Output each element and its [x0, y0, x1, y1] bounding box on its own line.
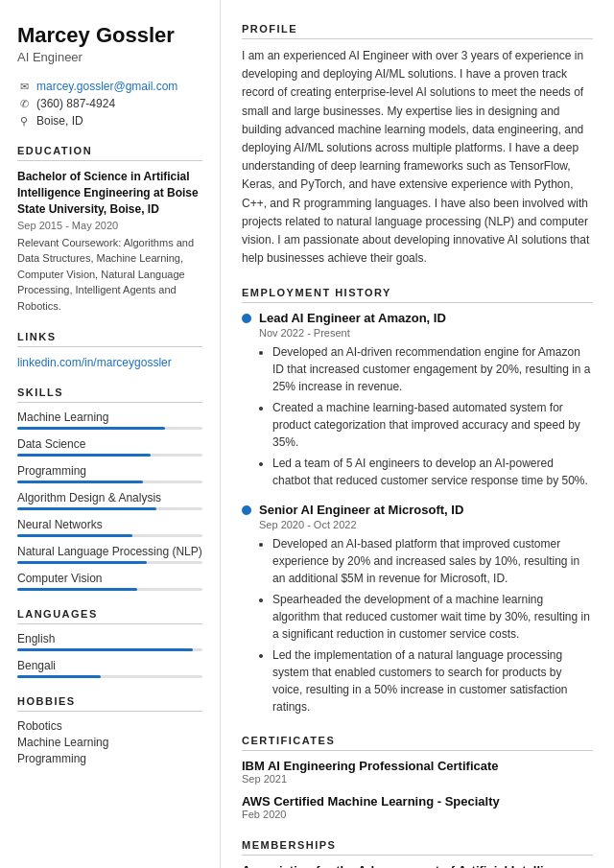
languages-section: LANGUAGES English Bengali: [17, 608, 202, 678]
language-bar-bg: [17, 675, 202, 678]
candidate-name: Marcey Gossler: [17, 23, 202, 48]
education-section: EDUCATION Bachelor of Science in Artific…: [17, 145, 202, 314]
skill-bar-fill: [17, 588, 137, 591]
education-degree: Bachelor of Science in Artificial Intell…: [17, 169, 202, 217]
certs-list: IBM AI Engineering Professional Certific…: [242, 759, 593, 820]
skill-name: Neural Networks: [17, 518, 202, 531]
job-header: Lead AI Engineer at Amazon, ID: [242, 311, 593, 325]
jobs-list: Lead AI Engineer at Amazon, ID Nov 2022 …: [242, 311, 593, 716]
certificates-section: CERTIFICATES IBM AI Engineering Professi…: [242, 735, 593, 820]
email-link[interactable]: marcey.gossler@gmail.com: [36, 80, 177, 93]
job-item: Senior AI Engineer at Microsoft, ID Sep …: [242, 503, 593, 716]
links-section-title: LINKS: [17, 331, 202, 347]
languages-list: English Bengali: [17, 632, 202, 678]
hobbies-list: RoboticsMachine LearningProgramming: [17, 719, 202, 765]
phone-icon: ✆: [17, 97, 31, 110]
skill-bar-fill: [17, 561, 147, 564]
education-coursework: Relevant Coursework: Algorithms and Data…: [17, 235, 202, 315]
job-bullet: Led the implementation of a natural lang…: [272, 646, 593, 716]
job-title-main: Lead AI Engineer at Amazon, ID: [259, 311, 446, 325]
skill-name: Data Science: [17, 437, 202, 451]
skill-bar-bg: [17, 507, 202, 510]
skill-bar-fill: [17, 507, 156, 510]
languages-section-title: LANGUAGES: [17, 608, 202, 624]
hobby-item: Machine Learning: [17, 736, 202, 749]
language-item: Bengali: [17, 659, 202, 678]
skill-bar-bg: [17, 454, 202, 457]
cert-item: AWS Certified Machine Learning - Special…: [242, 794, 593, 820]
language-item: English: [17, 632, 202, 651]
job-date: Nov 2022 - Present: [259, 327, 593, 339]
education-section-title: EDUCATION: [17, 145, 202, 161]
employment-section-title: EMPLOYMENT HISTORY: [242, 287, 593, 303]
cert-item: IBM AI Engineering Professional Certific…: [242, 759, 593, 785]
linkedin-link[interactable]: linkedin.com/in/marceygossler: [17, 356, 172, 369]
hobby-item: Programming: [17, 752, 202, 765]
skill-bar-fill: [17, 427, 165, 430]
email-icon: ✉: [17, 80, 31, 93]
certificates-section-title: CERTIFICATES: [242, 735, 593, 751]
skill-name: Algorithm Design & Analysis: [17, 491, 202, 504]
job-bullet: Created a machine learning-based automat…: [272, 399, 593, 451]
skill-bar-bg: [17, 427, 202, 430]
language-name: English: [17, 632, 202, 645]
skill-item: Algorithm Design & Analysis: [17, 491, 202, 510]
skill-bar-bg: [17, 561, 202, 564]
phone-number: (360) 887-4924: [36, 97, 115, 110]
contact-phone: ✆ (360) 887-4924: [17, 97, 202, 110]
skill-item: Computer Vision: [17, 572, 202, 591]
job-item: Lead AI Engineer at Amazon, ID Nov 2022 …: [242, 311, 593, 489]
job-bullet: Developed an AI-driven recommendation en…: [272, 343, 593, 395]
location-text: Boise, ID: [36, 114, 83, 128]
skill-bar-bg: [17, 588, 202, 591]
contact-email: ✉ marcey.gossler@gmail.com: [17, 80, 202, 93]
job-dot: [242, 505, 251, 515]
skill-item: Data Science: [17, 437, 202, 457]
skill-bar-fill: [17, 534, 132, 537]
language-name: Bengali: [17, 659, 202, 672]
candidate-title: AI Engineer: [17, 50, 202, 64]
main-content: PROFILE I am an experienced AI Engineer …: [221, 0, 614, 868]
resume-container: Marcey Gossler AI Engineer ✉ marcey.goss…: [0, 0, 614, 868]
memberships-list: Association for the Advancement of Artif…: [242, 863, 593, 868]
memberships-section-title: MEMBERSHIPS: [242, 839, 593, 856]
cert-name: AWS Certified Machine Learning - Special…: [242, 794, 593, 809]
skills-section-title: SKILLS: [17, 387, 202, 403]
skill-item: Programming: [17, 464, 202, 483]
memberships-section: MEMBERSHIPS Association for the Advancem…: [242, 839, 593, 868]
skill-name: Natural Language Processing (NLP): [17, 545, 202, 558]
hobbies-section: HOBBIES RoboticsMachine LearningProgramm…: [17, 695, 202, 765]
hobby-item: Robotics: [17, 719, 202, 733]
contact-location: ⚲ Boise, ID: [17, 114, 202, 128]
links-section: LINKS linkedin.com/in/marceygossler: [17, 331, 202, 369]
job-dot: [242, 314, 251, 323]
education-date: Sep 2015 - May 2020: [17, 220, 202, 231]
skill-bar-bg: [17, 481, 202, 483]
language-bar-bg: [17, 648, 202, 651]
skill-bar-bg: [17, 534, 202, 537]
cert-name: IBM AI Engineering Professional Certific…: [242, 759, 593, 773]
skill-bar-fill: [17, 454, 151, 457]
language-bar-fill: [17, 648, 193, 651]
language-bar-fill: [17, 675, 101, 678]
job-bullet: Spearheaded the development of a machine…: [272, 591, 593, 643]
skill-item: Neural Networks: [17, 518, 202, 537]
skill-name: Machine Learning: [17, 411, 202, 424]
linkedin-link-item: linkedin.com/in/marceygossler: [17, 355, 202, 369]
skill-bar-fill: [17, 481, 143, 483]
job-header: Senior AI Engineer at Microsoft, ID: [242, 503, 593, 517]
skills-list: Machine Learning Data Science Programmin…: [17, 411, 202, 591]
profile-text: I am an experienced AI Engineer with ove…: [242, 47, 593, 268]
skill-item: Machine Learning: [17, 411, 202, 430]
cert-date: Sep 2021: [242, 773, 593, 785]
contact-info: ✉ marcey.gossler@gmail.com ✆ (360) 887-4…: [17, 80, 202, 128]
job-date: Sep 2020 - Oct 2022: [259, 519, 593, 530]
sidebar: Marcey Gossler AI Engineer ✉ marcey.goss…: [0, 0, 221, 868]
employment-section: EMPLOYMENT HISTORY Lead AI Engineer at A…: [242, 287, 593, 716]
skill-item: Natural Language Processing (NLP): [17, 545, 202, 564]
cert-date: Feb 2020: [242, 809, 593, 820]
job-bullet: Developed an AI-based platform that impr…: [272, 535, 593, 587]
job-bullet: Led a team of 5 AI engineers to develop …: [272, 455, 593, 489]
membership-item: Association for the Advancement of Artif…: [242, 863, 593, 868]
job-bullets: Developed an AI-based platform that impr…: [259, 535, 593, 716]
